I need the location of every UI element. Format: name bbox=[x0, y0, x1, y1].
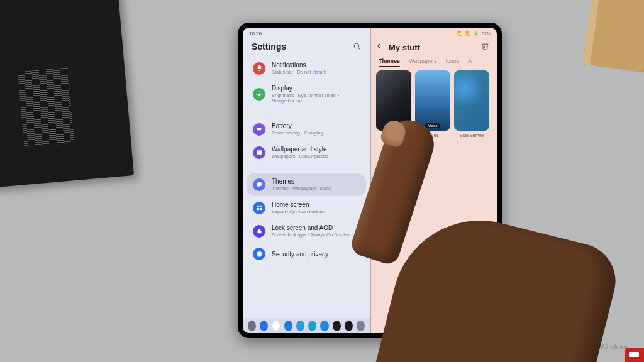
theme-thumb-0[interactable]: De bbox=[376, 70, 411, 138]
svg-point-0 bbox=[354, 43, 359, 48]
settings-header: Settings bbox=[243, 39, 370, 57]
settings-item-home-screen[interactable]: Home screenLayout · App icon badges bbox=[247, 196, 366, 219]
bell-icon bbox=[253, 62, 265, 75]
trash-icon[interactable] bbox=[481, 41, 489, 53]
settings-item-title: Battery bbox=[272, 123, 323, 129]
settings-item-title: Home screen bbox=[272, 201, 325, 208]
sun-icon bbox=[253, 88, 265, 101]
signal-icon: 📶 bbox=[457, 31, 463, 36]
product-box: Galaxy Z Fold6 bbox=[0, 0, 134, 189]
battery-icon bbox=[253, 123, 265, 136]
settings-item-title: Security and privacy bbox=[272, 251, 328, 258]
settings-item-subtitle: Themes · Wallpapers · Icons bbox=[272, 185, 331, 191]
palette-icon bbox=[253, 178, 265, 191]
taskbar-app-9[interactable] bbox=[357, 321, 365, 331]
mystuff-header: My stuff bbox=[370, 39, 497, 57]
theme-thumb-2[interactable]: Blue Berryie bbox=[454, 70, 489, 138]
wifi-icon: 📶 bbox=[465, 31, 471, 36]
settings-list: NotificationsStatus bar · Do not disturb… bbox=[243, 57, 370, 333]
theme-thumb-1[interactable]: VideoCHIN bbox=[415, 70, 450, 138]
channel-logo bbox=[625, 348, 644, 362]
settings-item-subtitle: Layout · App icon badges bbox=[272, 209, 325, 214]
taskbar-app-5[interactable] bbox=[308, 321, 316, 331]
mystuff-title: My stuff bbox=[389, 43, 476, 52]
taskbar-app-6[interactable] bbox=[320, 321, 328, 331]
grid-icon bbox=[253, 202, 265, 214]
tab-themes[interactable]: Themes bbox=[379, 58, 400, 64]
taskbar-app-7[interactable] bbox=[333, 321, 341, 331]
settings-item-battery[interactable]: BatteryPower saving · Charging bbox=[247, 118, 366, 141]
barcode bbox=[18, 67, 74, 147]
svg-rect-15 bbox=[257, 231, 261, 233]
settings-item-title: Themes bbox=[272, 178, 331, 185]
battery-percent: 62% bbox=[482, 31, 491, 36]
status-bar-left: 10:56 bbox=[243, 28, 370, 39]
theme-thumb-image bbox=[454, 70, 489, 131]
battery-icon: 🔋 bbox=[474, 31, 479, 36]
tab-wallpapers[interactable]: Wallpapers bbox=[409, 58, 437, 64]
theme-thumb-image: Video bbox=[415, 70, 450, 131]
watermark-line1: Activate Windows bbox=[521, 332, 630, 343]
windows-watermark: Activate Windows Go to Settings to activ… bbox=[521, 332, 630, 351]
settings-item-subtitle: Wallpapers · Colour palette bbox=[272, 153, 328, 159]
shield-icon bbox=[253, 248, 265, 260]
back-icon[interactable] bbox=[375, 41, 384, 53]
svg-line-1 bbox=[358, 47, 360, 48]
theme-thumb-label: Blue Berryie bbox=[454, 133, 489, 138]
lock-icon bbox=[253, 225, 265, 238]
svg-rect-11 bbox=[257, 206, 258, 207]
taskbar bbox=[243, 318, 370, 333]
settings-item-security-and-privacy[interactable]: Security and privacy bbox=[247, 243, 366, 265]
foldable-device: 10:56 Settings NotificationsStatus bar ·… bbox=[238, 23, 502, 338]
image-icon bbox=[253, 146, 265, 159]
settings-item-subtitle: Screen lock type · Always On Display bbox=[272, 232, 350, 238]
search-icon[interactable] bbox=[353, 42, 361, 52]
watermark-line2: Go to Settings to activate Windows. bbox=[521, 343, 630, 351]
tab-a[interactable]: A bbox=[468, 58, 472, 64]
taskbar-app-3[interactable] bbox=[284, 321, 292, 331]
taskbar-app-0[interactable] bbox=[248, 321, 256, 331]
settings-item-display[interactable]: DisplayBrightness · Eye comfort shield ·… bbox=[247, 80, 366, 109]
settings-item-subtitle: Brightness · Eye comfort shield · Naviga… bbox=[272, 92, 360, 104]
settings-item-title: Display bbox=[272, 85, 360, 92]
settings-item-wallpaper-and-style[interactable]: Wallpaper and styleWallpapers · Colour p… bbox=[247, 141, 366, 164]
theme-thumb-label: De bbox=[376, 133, 411, 138]
settings-item-notifications[interactable]: NotificationsStatus bar · Do not disturb bbox=[247, 57, 366, 80]
settings-item-subtitle: Power saving · Charging bbox=[272, 130, 323, 136]
svg-rect-8 bbox=[261, 129, 262, 130]
wooden-object bbox=[582, 0, 644, 74]
video-badge: Video bbox=[425, 123, 440, 128]
svg-rect-14 bbox=[259, 208, 261, 210]
taskbar-app-8[interactable] bbox=[345, 321, 353, 331]
svg-rect-7 bbox=[257, 128, 260, 131]
settings-title: Settings bbox=[252, 41, 286, 52]
svg-rect-12 bbox=[259, 206, 261, 207]
settings-item-lock-screen-and-aod[interactable]: Lock screen and AODScreen lock type · Al… bbox=[247, 219, 366, 243]
settings-item-themes[interactable]: ThemesThemes · Wallpapers · Icons bbox=[247, 173, 366, 196]
taskbar-app-2[interactable] bbox=[272, 321, 280, 331]
settings-item-subtitle: Status bar · Do not disturb bbox=[272, 69, 326, 75]
svg-point-10 bbox=[258, 151, 259, 153]
tab-icons[interactable]: Icons bbox=[446, 58, 460, 64]
fold-hinge bbox=[370, 28, 371, 333]
svg-rect-13 bbox=[257, 208, 258, 210]
settings-item-title: Lock screen and AOD bbox=[272, 224, 350, 231]
taskbar-app-1[interactable] bbox=[260, 321, 268, 331]
settings-item-title: Notifications bbox=[272, 62, 326, 69]
theme-thumbnails: DeVideoCHINBlue Berryie bbox=[370, 69, 497, 139]
status-time: 10:56 bbox=[249, 31, 262, 36]
svg-point-2 bbox=[258, 93, 260, 96]
status-bar-right: 📶 📶 🔋 62% bbox=[370, 28, 497, 39]
mystuff-tabs: ThemesWallpapersIconsA bbox=[370, 57, 497, 69]
mystuff-pane: 📶 📶 🔋 62% My stuff ThemesWallpapersIcons… bbox=[370, 28, 497, 333]
taskbar-app-4[interactable] bbox=[296, 321, 304, 331]
settings-pane: 10:56 Settings NotificationsStatus bar ·… bbox=[243, 28, 370, 333]
settings-item-title: Wallpaper and style bbox=[272, 146, 328, 153]
theme-thumb-image bbox=[376, 70, 411, 131]
theme-thumb-label: CHIN bbox=[415, 133, 450, 138]
